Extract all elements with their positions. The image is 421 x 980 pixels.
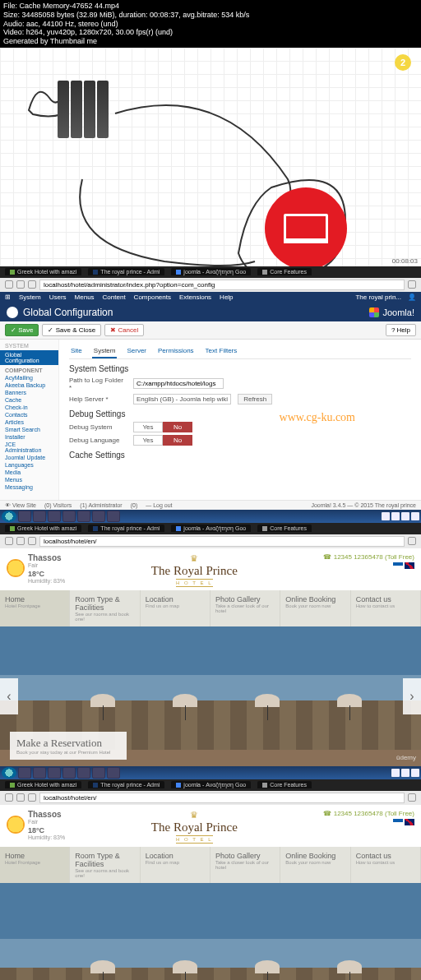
tray-icon[interactable]: [401, 512, 409, 520]
menu-extensions[interactable]: Extensions: [179, 294, 211, 301]
sidebar-item-global-config[interactable]: Global Configuration: [0, 350, 58, 365]
nav-contact[interactable]: Contact usHow to contact us: [351, 847, 421, 883]
taskbar-item[interactable]: [18, 767, 31, 779]
tab-text-filters[interactable]: Text Filters: [204, 344, 239, 358]
bookmark-icon[interactable]: [408, 793, 416, 802]
input-log-path[interactable]: [133, 378, 224, 389]
select-help-server[interactable]: English (GB) - Joomla help wiki: [133, 394, 231, 404]
sidebar-item[interactable]: Contacts: [0, 411, 58, 418]
sidebar-item[interactable]: Cache: [0, 396, 58, 404]
back-icon[interactable]: [5, 280, 13, 289]
sidebar-item[interactable]: Articles: [0, 418, 58, 426]
browser-tab[interactable]: Greek Hotel with amazi: [5, 268, 81, 275]
tab-permissions[interactable]: Permissions: [156, 344, 196, 358]
browser-tab[interactable]: Core Features: [257, 781, 312, 788]
back-icon[interactable]: [5, 793, 13, 802]
sidebar-item[interactable]: Joomla! Update: [0, 454, 58, 461]
toggle-debug-language[interactable]: Yes No: [133, 435, 192, 446]
browser-tab[interactable]: Greek Hotel with amazi: [5, 781, 81, 788]
nav-location[interactable]: LocationFind us on map: [141, 847, 210, 883]
sidebar-item[interactable]: Menus: [0, 476, 58, 483]
reload-icon[interactable]: [28, 537, 36, 545]
flag-english[interactable]: [405, 819, 414, 825]
taskbar-item[interactable]: [92, 511, 105, 522]
sidebar-item[interactable]: Akeeba Backup: [0, 381, 58, 389]
taskbar-item[interactable]: [92, 767, 105, 779]
browser-tab[interactable]: The royal prince - Admi: [88, 268, 164, 275]
taskbar-item[interactable]: [48, 767, 61, 779]
reload-icon[interactable]: [28, 280, 36, 289]
nav-rooms[interactable]: Room Type & FacilitiesSee our rooms and …: [70, 590, 140, 626]
nav-gallery[interactable]: Photo GalleryTake a closer look of our h…: [210, 847, 280, 883]
view-site-link[interactable]: 👁 View Site: [5, 502, 36, 508]
browser-tab[interactable]: joomla - Αναζήτηση Goo: [171, 268, 251, 275]
menu-users[interactable]: Users: [49, 294, 67, 301]
slider-next[interactable]: ›: [403, 678, 421, 714]
browser-tab[interactable]: joomla - Αναζήτηση Goo: [171, 781, 251, 788]
tray-icon[interactable]: [411, 769, 419, 777]
sidebar-item[interactable]: Installer: [0, 433, 58, 441]
site-name[interactable]: The royal prin...: [355, 294, 401, 301]
forward-icon[interactable]: [16, 280, 25, 289]
tab-site[interactable]: Site: [69, 344, 84, 358]
nav-booking[interactable]: Online BookingBook your room now: [280, 590, 350, 626]
tab-server[interactable]: Server: [125, 344, 148, 358]
taskbar-item[interactable]: [107, 511, 120, 522]
nav-home[interactable]: HomeHotel Frontpage: [0, 847, 70, 883]
sidebar-item[interactable]: Smart Search: [0, 426, 58, 433]
nav-location[interactable]: LocationFind us on map: [141, 590, 210, 626]
start-button[interactable]: [2, 511, 16, 522]
tray-icon[interactable]: [382, 512, 390, 520]
help-button[interactable]: ? Help: [386, 324, 416, 336]
slider-prev[interactable]: ‹: [0, 678, 18, 714]
taskbar-item[interactable]: [107, 767, 120, 779]
sidebar-item[interactable]: AcyMailing: [0, 374, 58, 381]
menu-content[interactable]: Content: [103, 294, 126, 301]
back-icon[interactable]: [5, 537, 13, 545]
tray-icon[interactable]: [391, 512, 400, 520]
sidebar-item[interactable]: Languages: [0, 461, 58, 469]
sidebar-item[interactable]: Banners: [0, 389, 58, 396]
tray-icon[interactable]: [411, 512, 419, 520]
browser-tab[interactable]: Core Features: [257, 525, 312, 532]
tray-icon[interactable]: [391, 769, 400, 777]
flag-greek[interactable]: [393, 819, 403, 825]
menu-help[interactable]: Help: [220, 294, 233, 301]
forward-icon[interactable]: [16, 537, 25, 545]
tab-system[interactable]: System: [92, 344, 118, 358]
cancel-button[interactable]: ✖ Cancel: [104, 324, 144, 336]
taskbar-item[interactable]: [18, 511, 31, 522]
sidebar-item[interactable]: Messaging: [0, 483, 58, 491]
browser-tab[interactable]: The royal prince - Admi: [88, 525, 164, 532]
taskbar-item[interactable]: [77, 511, 90, 522]
nav-home[interactable]: HomeHotel Frontpage: [0, 590, 70, 626]
browser-tab[interactable]: Greek Hotel with amazi: [5, 525, 81, 532]
nav-contact[interactable]: Contact usHow to contact us: [351, 590, 421, 626]
reload-icon[interactable]: [28, 793, 36, 802]
refresh-button[interactable]: Refresh: [238, 394, 272, 404]
browser-tab[interactable]: Core Features: [257, 268, 312, 275]
taskbar-item[interactable]: [33, 767, 46, 779]
nav-rooms[interactable]: Room Type & FacilitiesSee our rooms and …: [70, 847, 140, 883]
logout-link[interactable]: — Log out: [146, 502, 172, 508]
taskbar-item[interactable]: [33, 511, 46, 522]
sidebar-item[interactable]: Media: [0, 469, 58, 476]
start-button[interactable]: [2, 767, 16, 779]
user-icon[interactable]: 👤: [408, 294, 416, 301]
flag-english[interactable]: [405, 562, 414, 569]
nav-gallery[interactable]: Photo GalleryTake a closer look of our h…: [210, 590, 280, 626]
toggle-debug-system[interactable]: Yes No: [133, 422, 192, 432]
url-input[interactable]: [39, 793, 405, 803]
browser-tab[interactable]: The royal prince - Admi: [88, 781, 164, 788]
save-close-button[interactable]: ✓ Save & Close: [42, 324, 101, 336]
forward-icon[interactable]: [16, 793, 25, 802]
bookmark-icon[interactable]: [408, 280, 416, 289]
menu-menus[interactable]: Menus: [75, 294, 95, 301]
sidebar-item[interactable]: Check-in: [0, 404, 58, 411]
taskbar-item[interactable]: [48, 511, 61, 522]
url-input[interactable]: [39, 280, 405, 290]
nav-booking[interactable]: Online BookingBook your room now: [280, 847, 350, 883]
taskbar-item[interactable]: [77, 767, 90, 779]
taskbar-item[interactable]: [62, 767, 76, 779]
sidebar-item[interactable]: JCE Administration: [0, 441, 58, 454]
